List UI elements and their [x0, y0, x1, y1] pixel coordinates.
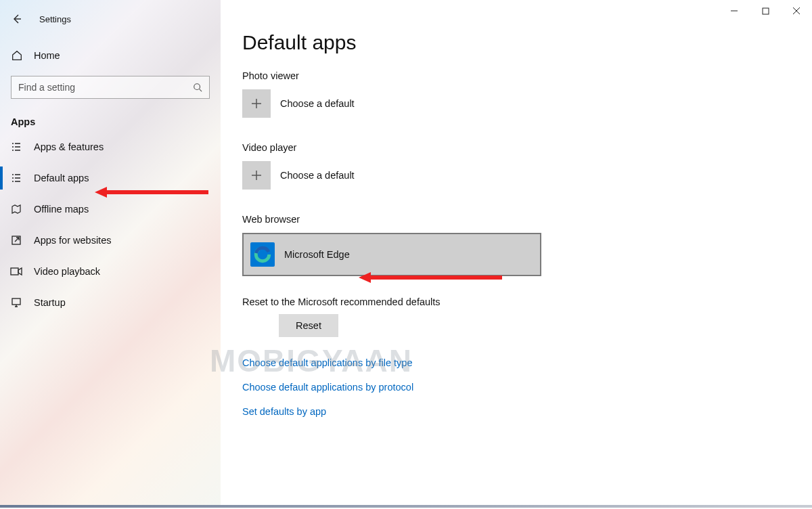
sidebar-item-video-playback[interactable]: Video playback — [0, 256, 221, 287]
svg-rect-4 — [763, 8, 769, 14]
sidebar-item-offline-maps[interactable]: Offline maps — [0, 194, 221, 225]
link-by-protocol[interactable]: Choose default applications by protocol — [242, 382, 812, 393]
section-label: Web browser — [242, 214, 812, 225]
search-input[interactable] — [12, 82, 186, 93]
arrow-left-icon — [12, 14, 22, 24]
settings-window: Settings Home Apps Apps & features — [0, 0, 812, 508]
defaults-icon — [9, 173, 23, 183]
sidebar-item-label: Home — [34, 50, 60, 61]
section-photo-viewer: Photo viewer Choose a default — [242, 70, 812, 118]
maximize-icon — [762, 7, 769, 15]
svg-rect-2 — [11, 268, 18, 275]
sidebar-item-apps-for-websites[interactable]: Apps for websites — [0, 225, 221, 256]
close-button[interactable] — [781, 0, 812, 22]
taskbar-sliver — [0, 505, 812, 508]
window-controls — [719, 0, 812, 24]
sidebar: Settings Home Apps Apps & features — [0, 0, 221, 508]
reset-description: Reset to the Microsoft recommended defau… — [242, 296, 812, 307]
sidebar-item-default-apps[interactable]: Default apps — [0, 162, 221, 194]
app-name: Microsoft Edge — [284, 249, 350, 260]
sidebar-item-label: Startup — [34, 297, 66, 308]
main-pane: Default apps Photo viewer Choose a defau… — [221, 0, 812, 508]
choose-default-video[interactable]: Choose a default — [242, 161, 812, 190]
section-reset: Reset to the Microsoft recommended defau… — [242, 296, 812, 357]
web-browser-tile[interactable]: Microsoft Edge — [242, 233, 541, 276]
back-button[interactable] — [7, 9, 27, 29]
maximize-button[interactable] — [750, 0, 781, 22]
list-icon — [9, 141, 23, 152]
sidebar-item-label: Offline maps — [34, 204, 89, 215]
home-icon — [11, 49, 23, 62]
search-icon — [186, 83, 209, 92]
section-video-player: Video player Choose a default — [242, 142, 812, 190]
svg-rect-3 — [12, 298, 20, 305]
window-title: Settings — [39, 14, 71, 24]
plus-tile — [242, 161, 271, 190]
link-set-defaults-by-app[interactable]: Set defaults by app — [242, 406, 812, 417]
sidebar-item-startup[interactable]: Startup — [0, 287, 221, 318]
close-icon — [792, 7, 800, 15]
video-icon — [9, 267, 23, 276]
titlebar-left: Settings — [0, 5, 221, 32]
section-web-browser: Web browser Microsoft Edge — [242, 214, 812, 276]
section-label: Photo viewer — [242, 70, 812, 81]
startup-icon — [9, 297, 23, 308]
sidebar-item-label: Apps & features — [34, 141, 104, 152]
search-box[interactable] — [11, 76, 210, 99]
minimize-icon — [730, 7, 738, 15]
edge-icon — [250, 242, 275, 267]
page-title: Default apps — [242, 31, 812, 54]
section-label: Video player — [242, 142, 812, 153]
search-wrap — [0, 69, 221, 104]
svg-point-0 — [194, 84, 200, 90]
map-icon — [9, 204, 23, 215]
plus-tile — [242, 89, 271, 118]
open-in-icon — [9, 235, 23, 246]
plus-icon — [250, 169, 263, 181]
minimize-button[interactable] — [719, 0, 750, 22]
sidebar-item-label: Default apps — [34, 173, 89, 183]
sidebar-item-label: Video playback — [34, 266, 100, 277]
tile-caption: Choose a default — [280, 170, 355, 181]
tile-caption: Choose a default — [280, 98, 355, 109]
plus-icon — [250, 97, 263, 110]
sidebar-group-header: Apps — [0, 104, 221, 131]
sidebar-item-label: Apps for websites — [34, 235, 111, 246]
link-by-file-type[interactable]: Choose default applications by file type — [242, 357, 812, 368]
sidebar-item-apps-features[interactable]: Apps & features — [0, 131, 221, 162]
choose-default-photo[interactable]: Choose a default — [242, 89, 812, 118]
content-area: Default apps Photo viewer Choose a defau… — [221, 0, 812, 417]
reset-button[interactable]: Reset — [279, 314, 338, 337]
sidebar-item-home[interactable]: Home — [0, 42, 221, 69]
